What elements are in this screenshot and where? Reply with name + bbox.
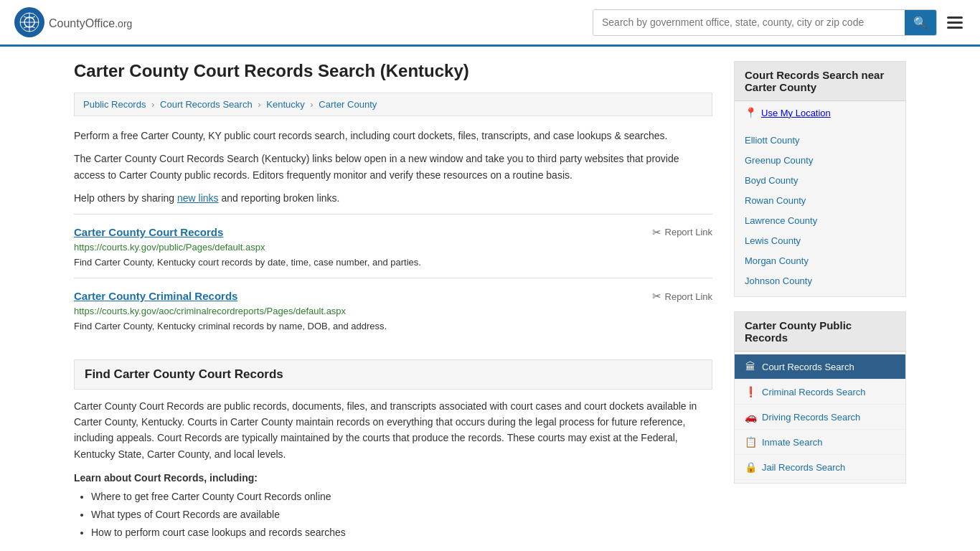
nearby-county-1: Greenup County <box>735 150 905 170</box>
header-right: 🔍 <box>593 9 966 36</box>
driving-records-link[interactable]: Driving Records Search <box>762 412 860 423</box>
search-button[interactable]: 🔍 <box>905 10 936 35</box>
logo-text: CountyOffice.org <box>49 14 132 31</box>
breadcrumb-court-records-search[interactable]: Court Records Search <box>160 99 253 110</box>
menu-button[interactable] <box>944 14 966 32</box>
nearby-county-0: Elliott County <box>735 130 905 150</box>
court-records-icon: 🏛 <box>745 361 756 372</box>
record-card-0-header: Carter County Court Records ✂ Report Lin… <box>74 226 712 239</box>
breadcrumb-kentucky[interactable]: Kentucky <box>266 99 304 110</box>
pub-rec-item-3: 📋 Inmate Search <box>735 430 905 455</box>
jail-records-icon: 🔒 <box>745 461 756 473</box>
record-url-1[interactable]: https://courts.ky.gov/aoc/criminalrecord… <box>74 306 712 316</box>
record-desc-1: Find Carter County, Kentucky criminal re… <box>74 319 712 334</box>
jail-records-link[interactable]: Jail Records Search <box>762 462 845 473</box>
intro-paragraph-2: The Carter County Court Records Search (… <box>74 151 712 183</box>
record-title-0[interactable]: Carter County Court Records <box>74 226 223 238</box>
pub-rec-jail-records[interactable]: 🔒 Jail Records Search <box>735 455 905 480</box>
record-title-1[interactable]: Carter County Criminal Records <box>74 290 237 302</box>
sidebar-nearby-section: Court Records Search near Carter County … <box>734 61 906 297</box>
inmate-search-link[interactable]: Inmate Search <box>762 437 823 448</box>
record-url-0[interactable]: https://courts.ky.gov/public/Pages/defau… <box>74 242 712 253</box>
learn-list: Where to get free Carter County Court Re… <box>74 489 712 540</box>
intro-paragraph-1: Perform a free Carter County, KY public … <box>74 128 712 143</box>
pub-rec-driving-records[interactable]: 🚗 Driving Records Search <box>735 405 905 430</box>
nearby-county-7: Johnson County <box>735 270 905 291</box>
criminal-records-link[interactable]: Criminal Records Search <box>762 387 866 397</box>
search-input[interactable] <box>593 11 905 34</box>
page-container: Carter County Court Records Search (Kent… <box>60 47 920 551</box>
logo-icon <box>14 7 44 37</box>
nearby-county-4: Lawrence County <box>735 210 905 230</box>
sidebar-public-records-section: Carter County Public Records 🏛 Court Rec… <box>734 311 906 484</box>
find-section-body: Carter County Court Records are public r… <box>74 398 712 463</box>
location-icon: 📍 <box>745 107 757 118</box>
court-records-link[interactable]: Court Records Search <box>762 362 854 372</box>
inmate-search-icon: 📋 <box>745 436 756 448</box>
learn-item-2: How to perform court case lookups and re… <box>91 525 712 540</box>
new-links-link[interactable]: new links <box>177 192 219 204</box>
pub-rec-item-4: 🔒 Jail Records Search <box>735 455 905 480</box>
pub-rec-court-records[interactable]: 🏛 Court Records Search <box>735 354 905 380</box>
report-icon-0: ✂ <box>652 226 661 239</box>
nearby-county-5: Lewis County <box>735 230 905 250</box>
nearby-county-6: Morgan County <box>735 250 905 270</box>
report-link-1[interactable]: ✂ Report Link <box>652 290 712 303</box>
driving-records-icon: 🚗 <box>745 411 756 423</box>
sidebar: Court Records Search near Carter County … <box>734 61 906 543</box>
pub-rec-item-0: 🏛 Court Records Search <box>735 354 905 380</box>
find-section-header: Find Carter County Court Records <box>74 359 712 390</box>
report-icon-1: ✂ <box>652 290 661 303</box>
public-records-list: 🏛 Court Records Search ❗ Criminal Record… <box>735 352 905 483</box>
breadcrumb-carter-county[interactable]: Carter County <box>319 99 377 110</box>
sidebar-nearby-title: Court Records Search near Carter County <box>735 62 905 101</box>
breadcrumb: Public Records › Court Records Search › … <box>74 93 712 116</box>
criminal-records-icon: ❗ <box>745 386 756 397</box>
report-link-0[interactable]: ✂ Report Link <box>652 226 712 239</box>
record-card-1: Carter County Criminal Records ✂ Report … <box>74 278 712 342</box>
pub-rec-criminal-records[interactable]: ❗ Criminal Records Search <box>735 380 905 405</box>
pub-rec-inmate-search[interactable]: 📋 Inmate Search <box>735 430 905 455</box>
site-header: CountyOffice.org 🔍 <box>0 0 980 47</box>
learn-item-1: What types of Court Records are availabl… <box>91 507 712 522</box>
search-bar: 🔍 <box>593 9 937 36</box>
logo-area: CountyOffice.org <box>14 7 132 37</box>
breadcrumb-public-records[interactable]: Public Records <box>83 99 146 110</box>
record-desc-0: Find Carter County, Kentucky court recor… <box>74 255 712 270</box>
use-location-link[interactable]: Use My Location <box>761 108 831 118</box>
main-content: Carter County Court Records Search (Kent… <box>74 61 712 543</box>
learn-item-0: Where to get free Carter County Court Re… <box>91 489 712 504</box>
record-card-1-header: Carter County Criminal Records ✂ Report … <box>74 290 712 303</box>
sidebar-public-records-title: Carter County Public Records <box>735 312 905 352</box>
nearby-county-2: Boyd County <box>735 170 905 190</box>
pub-rec-item-1: ❗ Criminal Records Search <box>735 380 905 405</box>
pub-rec-item-2: 🚗 Driving Records Search <box>735 405 905 430</box>
learn-subheader: Learn about Court Records, including: <box>74 472 712 484</box>
use-location[interactable]: 📍 Use My Location <box>735 101 905 124</box>
nearby-county-3: Rowan County <box>735 190 905 210</box>
intro-paragraph-3: Help others by sharing new links and rep… <box>74 190 712 206</box>
record-card-0: Carter County Court Records ✂ Report Lin… <box>74 214 712 278</box>
nearby-counties-list: Elliott County Greenup County Boyd Count… <box>735 124 905 296</box>
record-cards: Carter County Court Records ✂ Report Lin… <box>74 214 712 342</box>
page-title: Carter County Court Records Search (Kent… <box>74 61 712 81</box>
